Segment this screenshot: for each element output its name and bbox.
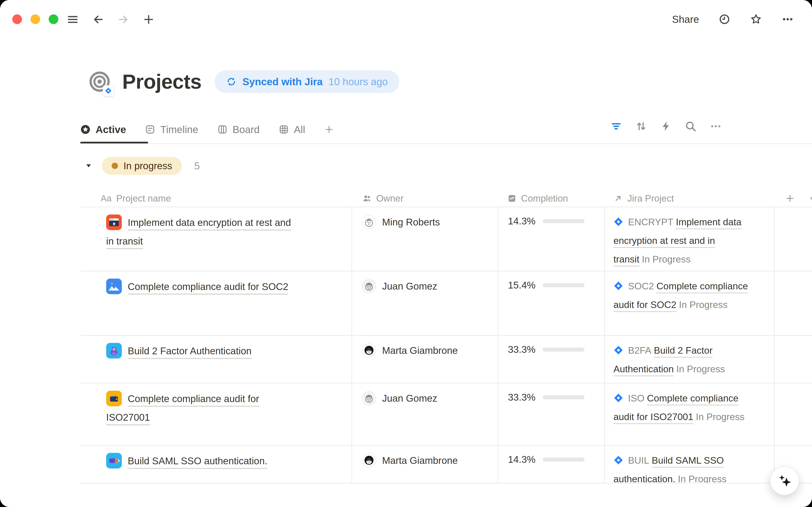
avatar (362, 215, 376, 229)
project-icon (106, 343, 122, 358)
status-dot-icon (112, 163, 118, 169)
project-name-link[interactable]: Build 2 Factor Authentication (128, 345, 252, 356)
completion-cell[interactable]: 14.3% (498, 446, 605, 484)
tab-board[interactable]: Board (217, 124, 260, 135)
jira-status: In Progress (679, 299, 728, 310)
column-header-completion[interactable]: Completion (498, 190, 605, 207)
share-button[interactable]: Share (672, 13, 699, 25)
project-icon (106, 215, 122, 230)
view-tabs: Active Timeline Board All (80, 118, 334, 140)
more-options-icon[interactable] (782, 13, 794, 25)
jira-diamond-icon (614, 281, 623, 291)
completion-percent: 14.3% (508, 454, 536, 465)
project-name-cell[interactable]: Complete compliance audit for SOC2 (80, 271, 352, 335)
jira-project-cell[interactable]: ISOComplete compliance audit for ISO2700… (605, 384, 774, 445)
owner-cell[interactable]: Ming Roberts (352, 207, 498, 271)
status-badge[interactable]: In progress (102, 157, 182, 175)
tab-timeline[interactable]: Timeline (145, 124, 198, 135)
group-header: In progress 5 (85, 157, 200, 175)
jira-key: ENCRYPT (628, 217, 673, 227)
table-row: Build 2 Factor Authentication Marta Giam… (80, 336, 812, 384)
arrow-up-right-icon (614, 194, 623, 203)
group-count: 5 (194, 160, 200, 172)
jira-key: BUIL (628, 455, 649, 466)
project-name-cell[interactable]: Implement data encryption at rest and in… (80, 207, 352, 271)
filter-icon[interactable] (610, 120, 622, 132)
avatar (362, 279, 376, 293)
jira-key: SOC2 (628, 281, 654, 291)
back-button[interactable] (92, 13, 104, 25)
close-window-button[interactable] (12, 14, 22, 24)
owner-name: Ming Roberts (382, 216, 440, 228)
project-icon (106, 279, 122, 294)
project-icon (106, 453, 122, 468)
project-name-cell[interactable]: Build 2 Factor Authentication (80, 336, 352, 383)
tab-all[interactable]: All (279, 124, 305, 135)
progress-bar (543, 283, 584, 287)
owner-cell[interactable]: Marta Giambrone (352, 336, 498, 383)
jira-key: B2FA (628, 345, 651, 356)
notion-ai-button[interactable] (770, 466, 799, 495)
project-name-link[interactable]: Complete compliance audit for SOC2 (128, 281, 288, 292)
jira-project-cell[interactable]: B2FABuild 2 Factor AuthenticationIn Prog… (605, 336, 774, 383)
completion-percent: 33.3% (508, 392, 536, 403)
owner-name: Marta Giambrone (382, 455, 458, 466)
maximize-window-button[interactable] (49, 14, 58, 24)
chart-icon (507, 194, 516, 203)
project-name-cell[interactable]: Build SAML SSO authentication. (80, 446, 352, 484)
tab-active[interactable]: Active (80, 124, 126, 135)
table-header-row: Aa Project name Owner Completion Jira Pr… (80, 190, 812, 207)
timeline-view-icon (145, 124, 155, 134)
tabs-divider (80, 144, 812, 144)
jira-project-cell[interactable]: ENCRYPTImplement data encryption at rest… (605, 207, 774, 271)
topbar-actions: Share (672, 13, 794, 25)
jira-status: In Progress (696, 411, 745, 422)
sparkle-icon (777, 474, 792, 488)
owner-cell[interactable]: Juan Gomez (352, 384, 498, 445)
table-body: Implement data encryption at rest and in… (80, 207, 812, 484)
add-column-button[interactable] (785, 193, 795, 203)
owner-cell[interactable]: Juan Gomez (352, 271, 498, 335)
people-icon (362, 194, 372, 203)
table-view-icon (279, 124, 289, 134)
new-tab-button[interactable] (143, 14, 154, 25)
project-name-link[interactable]: Build SAML SSO authentication. (128, 455, 267, 466)
jira-diamond-icon (614, 217, 623, 227)
jira-sync-pill[interactable]: Synced with Jira 10 hours ago (214, 70, 399, 93)
completion-cell[interactable]: 33.3% (498, 336, 605, 383)
column-header-project-name[interactable]: Aa Project name (80, 190, 352, 207)
table-row: Implement data encryption at rest and in… (80, 207, 812, 271)
completion-cell[interactable]: 15.4% (498, 271, 605, 335)
jira-project-cell[interactable]: SOC2Complete compliance audit for SOC2In… (605, 271, 774, 335)
empty-cell (774, 207, 812, 271)
jira-status: In Progress (678, 473, 727, 484)
sidebar-menu-button[interactable] (67, 13, 79, 25)
empty-cell (774, 384, 812, 445)
jira-badge-icon (103, 85, 114, 96)
view-more-icon[interactable] (710, 120, 722, 132)
completion-cell[interactable]: 33.3% (498, 384, 605, 445)
column-header-owner[interactable]: Owner (352, 190, 498, 207)
jira-status: In Progress (676, 363, 725, 374)
automations-lightning-icon[interactable] (660, 121, 672, 132)
collapse-group-triangle-icon[interactable] (85, 162, 92, 169)
add-view-button[interactable] (324, 125, 334, 134)
header-more-dot-icon (811, 197, 812, 200)
project-name-cell[interactable]: Complete compliance audit for ISO27001 (80, 384, 352, 445)
column-header-jira-project[interactable]: Jira Project (605, 190, 774, 207)
search-icon[interactable] (685, 120, 696, 132)
page-icon-target[interactable] (88, 70, 111, 93)
owner-cell[interactable]: Marta Giambrone (352, 446, 498, 484)
progress-bar (543, 219, 584, 223)
project-name-link[interactable]: Implement data encryption at rest and in… (106, 217, 291, 246)
updates-clock-icon[interactable] (719, 13, 730, 25)
completion-cell[interactable]: 14.3% (498, 207, 605, 271)
sort-icon[interactable] (635, 120, 647, 132)
jira-project-cell[interactable]: BUILBuild SAML SSO authentication.In Pro… (605, 446, 774, 484)
forward-button[interactable] (118, 13, 129, 25)
avatar (362, 453, 376, 468)
favorite-star-icon[interactable] (750, 13, 762, 25)
minimize-window-button[interactable] (30, 14, 40, 24)
owner-name: Juan Gomez (382, 393, 437, 404)
project-name-link[interactable]: Complete compliance audit for ISO27001 (106, 393, 259, 423)
